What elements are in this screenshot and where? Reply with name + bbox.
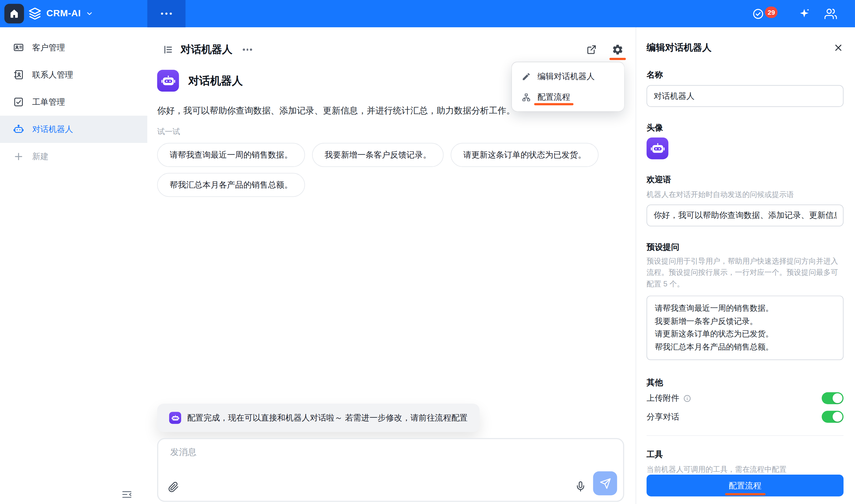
- main-header: 对话机器人: [163, 40, 624, 59]
- send-icon: [600, 478, 611, 489]
- menu-item-label: 编辑对话机器人: [538, 71, 595, 82]
- sidebar-item-tickets[interactable]: 工单管理: [0, 89, 147, 116]
- sidebar-item-new[interactable]: 新建: [0, 143, 147, 170]
- team-members-button[interactable]: [824, 7, 837, 20]
- message-input[interactable]: [169, 447, 553, 458]
- id-card-icon: [13, 42, 24, 53]
- configure-flow-button-label: 配置流程: [729, 480, 762, 490]
- task-check-icon: [13, 96, 24, 108]
- notification-badge: 29: [765, 6, 778, 18]
- suggestion-chip[interactable]: 帮我汇总本月各产品的销售总额。: [157, 173, 305, 197]
- tools-help: 当前机器人可调用的工具，需在流程中配置: [646, 464, 843, 475]
- sidebar-item-label: 联系人管理: [32, 69, 73, 80]
- suggestion-chip[interactable]: 请更新这条订单的状态为已发货。: [451, 143, 599, 167]
- mic-icon[interactable]: [575, 481, 586, 492]
- suggestion-chip[interactable]: 我要新增一条客户反馈记录。: [312, 143, 443, 167]
- panel-header: 编辑对话机器人: [646, 41, 843, 54]
- welcome-label: 欢迎语: [646, 175, 671, 185]
- send-button[interactable]: [593, 471, 617, 495]
- preset-line: 我要新增一条客户反馈记录。: [655, 315, 835, 328]
- sidebar-item-label: 对话机器人: [32, 124, 73, 134]
- share-chat-row: 分享对话: [646, 409, 843, 425]
- name-input[interactable]: [646, 85, 843, 107]
- sidebar-item-label: 工单管理: [32, 97, 65, 107]
- toast-robot-icon: [169, 412, 181, 424]
- presets-textarea[interactable]: 请帮我查询最近一周的销售数据。 我要新增一条客户反馈记录。 请更新这条订单的状态…: [646, 296, 843, 360]
- outline-list-icon[interactable]: [163, 44, 174, 55]
- name-label: 名称: [646, 70, 663, 80]
- settings-menu: 编辑对话机器人 配置流程: [512, 62, 624, 111]
- topbar: CRM-AI 29: [0, 0, 855, 27]
- brand-name: CRM-AI: [46, 8, 81, 19]
- config-toast: 配置完成，现在可以直接和机器人对话啦～ 若需进一步修改，请前往流程配置: [157, 403, 479, 432]
- sidebar-item-chatbot[interactable]: 对话机器人: [0, 116, 147, 143]
- menu-accent-underline: [534, 103, 573, 105]
- plus-icon: [13, 151, 24, 162]
- message-composer: [157, 438, 624, 502]
- home-button[interactable]: [4, 4, 24, 23]
- sitemap-icon: [522, 92, 531, 102]
- info-icon[interactable]: [683, 394, 691, 402]
- avatar-label: 头像: [646, 123, 663, 133]
- welcome-help: 机器人在对话开始时自动发送的问候或提示语: [646, 189, 843, 200]
- button-accent-underline: [725, 493, 765, 495]
- edit-bot-panel: 编辑对话机器人 名称 头像 欢迎语 机器人在对话开始时自动发送的问候或提示语 预…: [636, 27, 855, 504]
- settings-gear-icon[interactable]: [612, 44, 624, 56]
- configure-flow-button[interactable]: 配置流程: [646, 474, 843, 497]
- sidebar-item-contacts[interactable]: 联系人管理: [0, 61, 147, 88]
- share-toggle[interactable]: [822, 411, 844, 423]
- home-icon: [9, 8, 20, 19]
- paperclip-icon[interactable]: [168, 482, 179, 493]
- sidebar-item-label: 新建: [32, 151, 49, 162]
- preset-line: 请更新这条订单的状态为已发货。: [655, 328, 835, 341]
- open-external-icon[interactable]: [586, 44, 597, 55]
- preset-line: 请帮我查询最近一周的销售数据。: [655, 302, 835, 315]
- toast-text: 配置完成，现在可以直接和机器人对话啦～ 若需进一步修改，请前往流程配置: [187, 413, 467, 423]
- ai-sparkle-button[interactable]: [798, 7, 810, 19]
- bot-name: 对话机器人: [188, 73, 243, 88]
- panel-divider: [646, 435, 843, 436]
- menu-item-configure-flow[interactable]: 配置流程: [512, 87, 624, 107]
- menu-item-label: 配置流程: [538, 92, 570, 101]
- presets-label: 预设提问: [646, 242, 679, 253]
- chat-main: 对话机器人 编辑对话机器人: [147, 27, 636, 504]
- sidebar-item-label: 客户管理: [32, 42, 65, 53]
- title-more-icon[interactable]: [241, 47, 254, 53]
- suggestion-chips: 请帮我查询最近一周的销售数据。 我要新增一条客户反馈记录。 请更新这条订单的状态…: [157, 143, 626, 197]
- share-label: 分享对话: [646, 412, 679, 422]
- try-label: 试一试: [157, 127, 180, 137]
- bot-header: 对话机器人: [157, 70, 243, 92]
- welcome-input[interactable]: [646, 204, 843, 227]
- menu-item-edit-bot[interactable]: 编辑对话机器人: [512, 66, 624, 87]
- current-app-tab[interactable]: [147, 0, 185, 27]
- tasks-check-button[interactable]: 29: [752, 7, 764, 20]
- panel-title: 编辑对话机器人: [646, 41, 711, 54]
- other-label: 其他: [646, 377, 663, 388]
- page-title: 对话机器人: [180, 42, 232, 57]
- upload-toggle[interactable]: [822, 392, 844, 404]
- app-window: CRM-AI 29 客户管理: [0, 0, 855, 504]
- tools-label: 工具: [646, 450, 663, 460]
- app-logo-icon: [29, 7, 41, 20]
- sidebar: 客户管理 联系人管理 工单管理 对话机器人 新建: [0, 27, 147, 504]
- address-book-icon: [13, 69, 24, 80]
- upload-label: 上传附件: [646, 393, 679, 403]
- avatar-preview[interactable]: [646, 138, 668, 160]
- chevron-down-icon: [86, 10, 93, 17]
- brand-switcher[interactable]: CRM-AI: [29, 0, 93, 27]
- presets-help: 预设提问用于引导用户，帮助用户快速选择提问方向并进入流程。预设提问按行展示，一行…: [646, 255, 843, 290]
- gear-accent-underline: [609, 58, 626, 60]
- close-icon[interactable]: [833, 42, 843, 53]
- sidebar-item-customers[interactable]: 客户管理: [0, 34, 147, 61]
- bot-avatar: [157, 70, 179, 92]
- suggestion-chip[interactable]: 请帮我查询最近一周的销售数据。: [157, 143, 305, 167]
- collapse-list-icon[interactable]: [121, 489, 132, 500]
- ellipsis-icon: [161, 13, 172, 15]
- preset-line: 帮我汇总本月各产品的销售总额。: [655, 341, 835, 354]
- robot-icon: [13, 124, 24, 135]
- upload-attachment-row: 上传附件: [646, 391, 843, 406]
- edit-pencil-icon: [522, 72, 531, 81]
